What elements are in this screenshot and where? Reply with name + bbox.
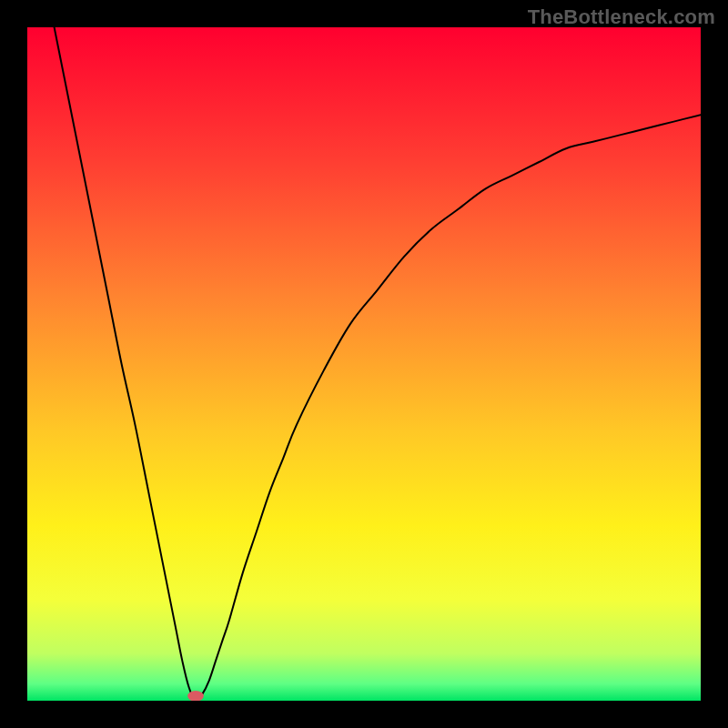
chart-background bbox=[27, 27, 701, 701]
watermark-text: TheBottleneck.com bbox=[528, 5, 715, 29]
chart-svg bbox=[27, 27, 701, 701]
chart-frame: TheBottleneck.com bbox=[0, 0, 728, 728]
plot-area bbox=[27, 27, 701, 701]
